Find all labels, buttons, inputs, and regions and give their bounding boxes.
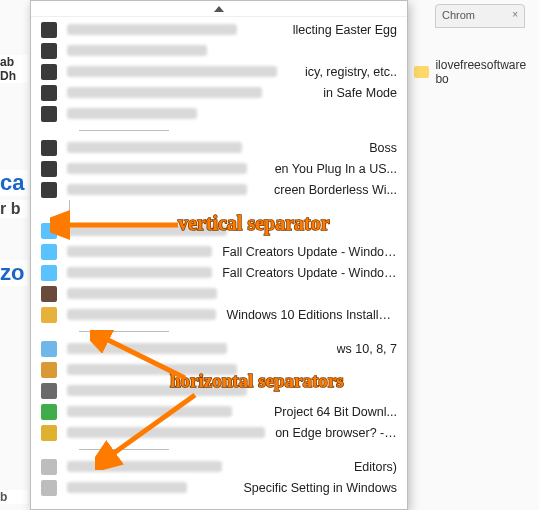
favicon-icon: [41, 425, 57, 441]
favicon-icon: [41, 362, 57, 378]
redacted-title: [67, 461, 222, 472]
favicon-icon: [41, 307, 57, 323]
history-item[interactable]: [31, 380, 407, 401]
favicon-icon: [41, 106, 57, 122]
history-item-suffix: Fall Creators Update - Window...: [222, 245, 397, 259]
redacted-title: [67, 66, 277, 77]
history-item[interactable]: in Safe Mode: [31, 82, 407, 103]
history-item-suffix: icy, registry, etc..: [305, 65, 397, 79]
favicon-icon: [41, 341, 57, 357]
history-item[interactable]: [31, 220, 407, 241]
favicon-icon: [41, 244, 57, 260]
history-item[interactable]: Project 64 Bit Downl...: [31, 401, 407, 422]
history-item[interactable]: Fall Creators Update - Window...: [31, 262, 407, 283]
redacted-title: [67, 246, 212, 257]
bg-text-fragment: zo: [0, 260, 28, 286]
redacted-title: [67, 267, 212, 278]
favicon-icon: [41, 459, 57, 475]
history-item[interactable]: Boss: [31, 137, 407, 158]
history-item-suffix: Windows 10 Editions Installatio...: [226, 308, 397, 322]
bg-text-fragment: ca: [0, 170, 28, 196]
favicon-icon: [41, 286, 57, 302]
history-item-suffix: in Safe Mode: [323, 86, 397, 100]
history-item[interactable]: Fall Creators Update - Window...: [31, 241, 407, 262]
history-list: llecting Easter Eggicy, registry, etc..i…: [31, 17, 407, 500]
favicon-icon: [41, 64, 57, 80]
redacted-title: [67, 24, 237, 35]
redacted-title: [67, 45, 207, 56]
history-item-suffix: llecting Easter Egg: [293, 23, 397, 37]
redacted-title: [67, 385, 247, 396]
history-item-suffix: Boss: [369, 141, 397, 155]
history-item-suffix: creen Borderless Wi...: [274, 183, 397, 197]
favicon-icon: [41, 22, 57, 38]
redacted-title: [67, 406, 232, 417]
history-item[interactable]: [31, 359, 407, 380]
redacted-title: [67, 427, 265, 438]
horizontal-separator: [79, 130, 169, 131]
favicon-icon: [41, 85, 57, 101]
favicon-icon: [41, 43, 57, 59]
redacted-title: [67, 482, 187, 493]
bg-text-fragment: b: [0, 490, 28, 504]
history-item-suffix: Specific Setting in Windows: [243, 481, 397, 495]
history-item[interactable]: llecting Easter Egg: [31, 19, 407, 40]
bg-text-fragment: r b: [0, 200, 28, 218]
browser-tab[interactable]: Chrom ×: [435, 4, 525, 28]
history-item[interactable]: [31, 103, 407, 124]
redacted-title: [67, 163, 247, 174]
bookmark-item[interactable]: ilovefreesoftware bo: [414, 58, 539, 86]
bg-text-fragment: ab Dh: [0, 55, 28, 83]
favicon-icon: [41, 404, 57, 420]
redacted-title: [67, 364, 237, 375]
redacted-title: [67, 142, 242, 153]
history-item-suffix: Fall Creators Update - Window...: [222, 266, 397, 280]
history-item[interactable]: [31, 40, 407, 61]
history-item-suffix: Project 64 Bit Downl...: [274, 405, 397, 419]
favicon-icon: [41, 140, 57, 156]
bookmark-label: ilovefreesoftware bo: [435, 58, 539, 86]
history-item-suffix: Editors): [354, 460, 397, 474]
redacted-title: [67, 87, 262, 98]
favicon-icon: [41, 223, 57, 239]
folder-icon: [414, 66, 429, 78]
history-item-suffix: on Edge browser? - ...: [275, 426, 397, 440]
horizontal-separator: [79, 449, 169, 450]
history-item[interactable]: en You Plug In a US...: [31, 158, 407, 179]
favicon-icon: [41, 383, 57, 399]
favicon-icon: [41, 265, 57, 281]
redacted-title: [67, 225, 227, 236]
redacted-title: [67, 184, 247, 195]
history-item[interactable]: Editors): [31, 456, 407, 477]
favicon-icon: [41, 182, 57, 198]
favicon-icon: [41, 480, 57, 496]
redacted-title: [67, 288, 217, 299]
history-item[interactable]: ws 10, 8, 7: [31, 338, 407, 359]
chevron-up-icon: [214, 6, 224, 12]
history-dropdown-panel: llecting Easter Eggicy, registry, etc..i…: [30, 0, 408, 510]
redacted-title: [67, 108, 197, 119]
history-item[interactable]: Windows 10 Editions Installatio...: [31, 304, 407, 325]
history-item-suffix: ws 10, 8, 7: [337, 342, 397, 356]
vertical-separator: [31, 200, 407, 220]
history-item[interactable]: on Edge browser? - ...: [31, 422, 407, 443]
horizontal-separator: [79, 331, 169, 332]
scroll-up-button[interactable]: [31, 1, 407, 17]
history-item-suffix: en You Plug In a US...: [275, 162, 397, 176]
redacted-title: [67, 343, 227, 354]
favicon-icon: [41, 161, 57, 177]
close-icon[interactable]: ×: [512, 9, 518, 20]
tab-label: Chrom: [442, 9, 475, 21]
history-item[interactable]: Specific Setting in Windows: [31, 477, 407, 498]
redacted-title: [67, 309, 216, 320]
history-item[interactable]: icy, registry, etc..: [31, 61, 407, 82]
history-item[interactable]: [31, 283, 407, 304]
history-item[interactable]: creen Borderless Wi...: [31, 179, 407, 200]
